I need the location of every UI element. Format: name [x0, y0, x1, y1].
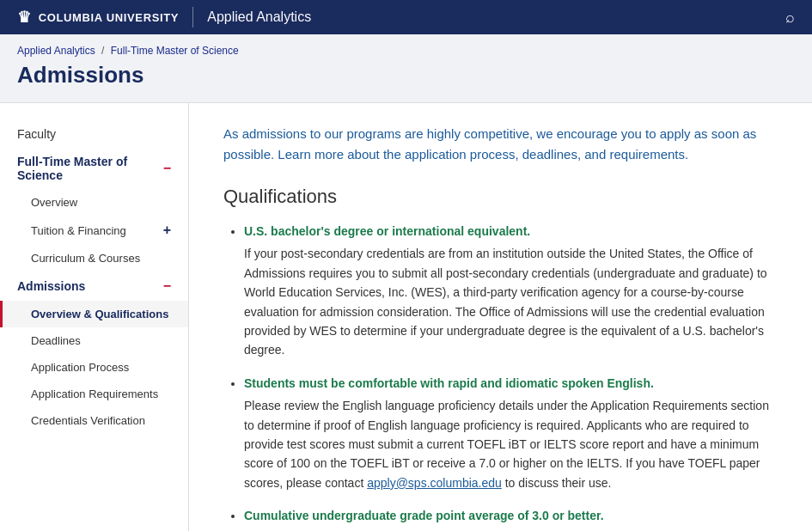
email-link[interactable]: apply@sps.columbia.edu	[367, 476, 502, 490]
sidebar-label-faculty: Faculty	[17, 127, 56, 141]
sidebar-label-admissions: Admissions	[17, 279, 85, 293]
main-content: As admissions to our programs are highly…	[189, 103, 812, 531]
breadcrumb-area: Applied Analytics / Full-Time Master of …	[0, 34, 812, 103]
sidebar-item-application-req[interactable]: Application Requirements	[0, 381, 188, 407]
main-layout: Faculty Full-Time Master of Science − Ov…	[0, 103, 812, 531]
sidebar-label-overview-qual: Overview & Qualifications	[31, 308, 168, 320]
sidebar-item-admissions[interactable]: Admissions −	[0, 272, 188, 301]
sidebar-label-tuition: Tuition & Financing	[31, 224, 126, 237]
qual-body-1: Please review the English language profi…	[244, 399, 769, 490]
qual-title-2: Cumulative undergraduate grade point ave…	[244, 506, 778, 525]
list-item: Students must be comfortable with rapid …	[244, 374, 778, 492]
breadcrumb: Applied Analytics / Full-Time Master of …	[17, 45, 795, 57]
sidebar-label-credentials: Credentials Verification	[31, 414, 145, 427]
university-name: Columbia University	[39, 11, 180, 24]
sidebar-label-ftms: Full-Time Master of Science	[17, 155, 163, 182]
header-divider	[192, 7, 193, 27]
qual-body-0: If your post-secondary credentials are f…	[244, 247, 767, 357]
breadcrumb-link-1[interactable]: Applied Analytics	[17, 45, 95, 57]
qual-title-0: U.S. bachelor's degree or international …	[244, 222, 778, 241]
sidebar-label-application-process: Application Process	[31, 361, 129, 374]
university-logo[interactable]: ♛ Columbia University	[17, 8, 179, 27]
sidebar-item-deadlines[interactable]: Deadlines	[0, 327, 188, 354]
breadcrumb-link-2[interactable]: Full-Time Master of Science	[111, 45, 239, 57]
sidebar-item-curriculum[interactable]: Curriculum & Courses	[0, 245, 188, 272]
search-icon[interactable]: ⌕	[785, 9, 795, 27]
breadcrumb-separator: /	[101, 45, 104, 57]
sidebar-item-faculty[interactable]: Faculty	[0, 120, 188, 148]
sidebar-item-credentials[interactable]: Credentials Verification	[0, 407, 188, 434]
sidebar-item-application-process[interactable]: Application Process	[0, 354, 188, 381]
qualifications-heading: Qualifications	[223, 186, 778, 208]
minus-icon-admissions: −	[163, 278, 171, 294]
page-title: Admissions	[17, 62, 795, 88]
list-item: U.S. bachelor's degree or international …	[244, 222, 778, 360]
sidebar: Faculty Full-Time Master of Science − Ov…	[0, 103, 189, 531]
sidebar-label-overview: Overview	[31, 196, 77, 209]
sidebar-item-tuition[interactable]: Tuition & Financing +	[0, 216, 188, 245]
sidebar-item-ftms[interactable]: Full-Time Master of Science −	[0, 148, 188, 189]
plus-icon: +	[163, 223, 171, 238]
sidebar-label-application-req: Application Requirements	[31, 388, 158, 400]
list-item: Cumulative undergraduate grade point ave…	[244, 506, 778, 525]
section-title: Applied Analytics	[207, 9, 311, 25]
minus-icon: −	[163, 161, 171, 176]
qualifications-list: U.S. bachelor's degree or international …	[223, 222, 778, 531]
sidebar-item-overview-qual[interactable]: Overview & Qualifications	[0, 301, 188, 327]
qual-title-1: Students must be comfortable with rapid …	[244, 374, 778, 393]
sidebar-label-deadlines: Deadlines	[31, 334, 81, 347]
intro-text: As admissions to our programs are highly…	[223, 124, 778, 165]
sidebar-item-overview[interactable]: Overview	[0, 189, 188, 216]
crown-icon: ♛	[17, 8, 32, 27]
sidebar-label-curriculum: Curriculum & Courses	[31, 252, 140, 265]
site-header: ♛ Columbia University Applied Analytics …	[0, 0, 812, 34]
